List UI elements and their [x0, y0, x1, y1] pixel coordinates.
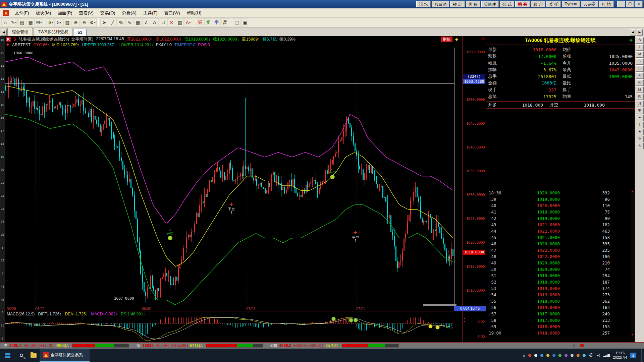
tray-icon[interactable] [528, 354, 531, 357]
tick-row[interactable]: :511018.0000254 [486, 273, 630, 279]
tick-row[interactable]: 18:381020.0000332 [486, 190, 630, 196]
download-icon[interactable]: ⇩ [572, 343, 576, 348]
close-button[interactable]: ✕ [635, 1, 643, 7]
fill-tool[interactable]: ▨ [176, 18, 184, 26]
input-method-indicator[interactable]: 英 [589, 352, 593, 358]
show-desktop-button[interactable] [641, 349, 643, 362]
notification-badge[interactable]: 2 [630, 353, 636, 358]
refresh-button[interactable]: 刷新 [441, 37, 452, 42]
tick-row[interactable]: :521018.0000187 [486, 279, 630, 285]
board-button[interactable]: ▤ [18, 18, 26, 26]
tick-scrollbar[interactable]: ▲ ▼ [631, 190, 634, 336]
tray-icon[interactable] [540, 354, 543, 357]
tick-row[interactable]: :401020.0000110 [486, 202, 630, 209]
settings-button[interactable]: ⚙▾ [89, 18, 97, 26]
gann-grid-tool[interactable]: ▦ [134, 18, 142, 26]
period-button-M[interactable]: M [636, 51, 644, 58]
page-shortcut-10[interactable]: 10 [1, 38, 4, 42]
trend-line-tool[interactable]: ╱ [109, 18, 117, 26]
wave-tool[interactable]: ∿ [125, 18, 133, 26]
tick-row[interactable]: :411019.000075 [486, 209, 630, 215]
page-shortcut-23[interactable]: 23 [1, 207, 4, 210]
tray-icon[interactable] [571, 354, 574, 357]
edit-button[interactable]: ✎▾ [10, 18, 18, 26]
minimize-button[interactable]: ─ [617, 1, 625, 7]
period-button-1[interactable]: 1 [636, 44, 644, 51]
page-shortcut-20[interactable]: 20 [1, 168, 4, 171]
period-5min-button[interactable]: 5▾ [55, 18, 63, 26]
period-button-T[interactable]: T [636, 122, 644, 128]
kline-icon[interactable]: K [6, 37, 11, 42]
tab-nav-right-icon[interactable]: ▶ [637, 29, 643, 36]
menu-item-窗口(W)[interactable]: 窗口(W) [161, 9, 183, 17]
period-button-季[interactable]: 季 [636, 108, 644, 114]
record-icon[interactable] [580, 344, 584, 347]
period-button-月[interactable]: 月 [636, 101, 644, 107]
tray-icon[interactable] [558, 354, 561, 357]
page-shortcut-51[interactable]: 51 [1, 324, 4, 327]
page-shortcut-18[interactable]: 18 [1, 142, 4, 145]
tick-row[interactable]: 19:001018.0000257 [486, 330, 630, 336]
titlebar-button-云课堂[interactable]: 云课堂 [581, 1, 598, 7]
axis-menu-icon[interactable] [482, 37, 485, 40]
price-mode-button[interactable]: $▾ [47, 18, 55, 26]
speaker-icon[interactable]: ◄) [596, 354, 600, 357]
text-tool[interactable]: A [151, 18, 159, 26]
tab-nav-left2-icon[interactable]: ◀ [630, 29, 636, 36]
taskbar-app-button[interactable]: 金字塔决策交易系... [40, 349, 90, 362]
tick-row[interactable]: :421019.000090 [486, 215, 630, 222]
tray-icon[interactable] [565, 354, 568, 357]
tick-list[interactable]: 18:381020.0000332:391019.000096:401020.0… [486, 190, 630, 336]
period-button-日[interactable]: 日 [636, 86, 644, 93]
tick-row[interactable]: :531019.0000174 [486, 285, 630, 292]
zoom-out-button[interactable]: ⊖ [80, 18, 88, 26]
tray-icon[interactable] [546, 354, 549, 357]
menu-item-画面(P)[interactable]: 画面(P) [54, 9, 75, 17]
tray-icon[interactable] [583, 354, 586, 357]
titlebar-button-策略库[interactable]: 策略库 [481, 1, 499, 7]
scroll-down-icon[interactable]: ▼ [631, 333, 634, 336]
tick-row[interactable]: :471022.0000235 [486, 247, 630, 253]
tick-row[interactable]: :541019.0000273 [486, 292, 630, 298]
page-shortcut-3[interactable]: 3 [1, 246, 3, 249]
menu-item-交易(O)[interactable]: 交易(O) [97, 9, 119, 17]
tick-row[interactable]: :451021.0000158 [486, 234, 630, 241]
tick-row[interactable]: :501020.000074 [486, 266, 630, 273]
titlebar-button-锁定[interactable]: 锁 定 [450, 1, 465, 7]
file-explorer-button[interactable] [28, 349, 40, 362]
period-button-周[interactable]: 周 [636, 94, 644, 100]
menu-item-查看(V)[interactable]: 查看(V) [75, 9, 97, 17]
menu-item-工具(T)[interactable]: 工具(T) [140, 9, 161, 17]
titlebar-button-股票池[interactable]: 股票池 [432, 1, 449, 7]
page-shortcut-16[interactable]: 16 [1, 116, 4, 119]
channel-tool[interactable]: ⊔ [159, 18, 167, 26]
tick-row[interactable]: :561019.0000163 [486, 304, 630, 311]
percent-tool[interactable]: % [117, 18, 125, 26]
page-shortcut-24[interactable]: 24 [1, 220, 4, 223]
menu-item-帮助(H)[interactable]: 帮助(H) [183, 9, 205, 17]
buy-button[interactable]: 买 [196, 18, 204, 26]
pointer-tool[interactable]: ➤ [100, 18, 108, 26]
page-shortcut-21[interactable]: 21 [1, 181, 4, 184]
tab-TWS多品种交易[interactable]: TWS多品种交易 [34, 28, 72, 36]
period-button-30[interactable]: 30 [636, 72, 644, 79]
titlebar-button-行情[interactable]: 行 情 [599, 1, 614, 7]
titlebar-button-账户[interactable]: 账 户 [531, 1, 545, 7]
period-button-★[interactable]: ★ [636, 129, 644, 135]
titlebar-button-公式[interactable]: 公 式 [500, 1, 514, 7]
network-icon[interactable]: ▂▄▆ [603, 354, 610, 357]
menu-item-板块(M)[interactable]: 板块(M) [33, 9, 55, 17]
layout-button[interactable]: ▦ [26, 18, 35, 26]
period-button-60[interactable]: 60 [636, 79, 644, 86]
tick-row[interactable]: :461020.0000335 [486, 241, 630, 247]
menu-item-分析(A)[interactable]: 分析(A) [119, 9, 140, 17]
page-shortcut-45[interactable]: 45 [1, 298, 4, 301]
candlestick-chart[interactable] [5, 48, 462, 306]
strategy-icon[interactable]: S [13, 37, 16, 42]
scroll-up-icon[interactable]: ▲ [631, 190, 634, 193]
search-button[interactable] [15, 349, 28, 362]
page-shortcut-19[interactable]: 19 [1, 155, 4, 159]
tick-row[interactable]: :491020.0000210 [486, 260, 630, 266]
titlebar-button-委托[interactable]: 委 托 [546, 1, 561, 7]
start-button[interactable] [0, 349, 15, 362]
